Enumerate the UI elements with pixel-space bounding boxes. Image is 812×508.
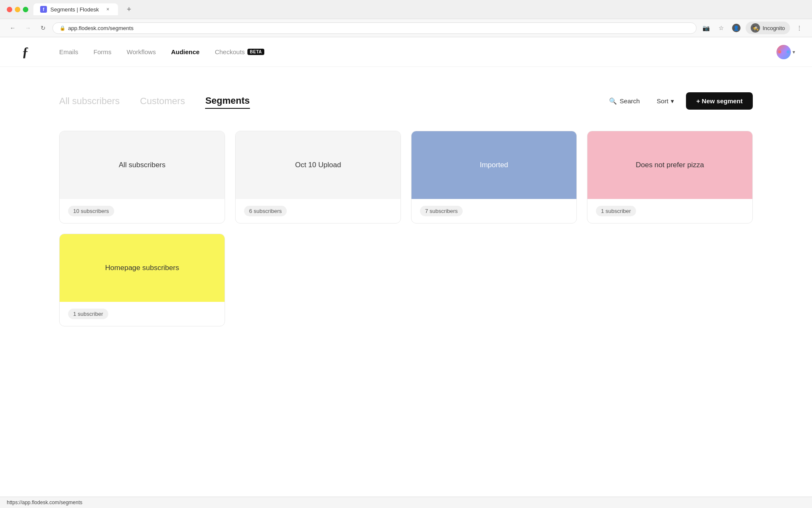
avatar-chevron-icon: ▾	[793, 49, 795, 55]
card-title-imported: Imported	[480, 161, 508, 169]
card-bottom-imported: 7 subscribers	[411, 199, 576, 223]
avatar-dot-1	[778, 50, 781, 53]
card-bottom-homepage-subscribers: 1 subscriber	[60, 302, 225, 326]
lock-icon: 🔒	[60, 25, 66, 31]
app-container: ƒ Emails Forms Workflows Audience Checko…	[0, 37, 812, 508]
close-window-button[interactable]	[7, 7, 12, 12]
refresh-button[interactable]: ↻	[37, 22, 49, 34]
maximize-window-button[interactable]	[23, 7, 28, 12]
segments-grid-row1: All subscribers 10 subscribers Oct 10 Up…	[59, 131, 753, 224]
subscriber-count-does-not-prefer-pizza: 1 subscriber	[596, 206, 636, 216]
app-header: ƒ Emails Forms Workflows Audience Checko…	[0, 37, 812, 67]
avatar-dot-3	[787, 50, 790, 53]
search-button[interactable]: 🔍 Search	[604, 94, 645, 108]
main-nav: Emails Forms Workflows Audience Checkout…	[59, 47, 776, 57]
profile-button[interactable]: 👤	[730, 22, 742, 34]
bookmark-button[interactable]: ☆	[715, 22, 727, 34]
card-top-imported: Imported	[411, 131, 576, 199]
nav-audience[interactable]: Audience	[171, 47, 200, 57]
browser-tab-active[interactable]: f Segments | Flodesk ×	[33, 3, 118, 15]
segment-card-imported[interactable]: Imported 7 subscribers	[411, 131, 577, 224]
incognito-icon: 🕵	[751, 23, 760, 33]
card-top-all-subscribers: All subscribers	[60, 131, 225, 199]
sort-button[interactable]: Sort ▾	[652, 94, 680, 108]
card-title-does-not-prefer-pizza: Does not prefer pizza	[636, 161, 704, 169]
segment-card-oct10-upload[interactable]: Oct 10 Upload 6 subscribers	[235, 131, 401, 224]
subscriber-count-all-subscribers: 10 subscribers	[68, 206, 114, 216]
tab-favicon: f	[40, 6, 47, 13]
subscriber-count-homepage-subscribers: 1 subscriber	[68, 309, 108, 319]
address-bar[interactable]: 🔒 app.flodesk.com/segments	[52, 22, 697, 34]
segment-card-does-not-prefer-pizza[interactable]: Does not prefer pizza 1 subscriber	[587, 131, 753, 224]
back-button[interactable]: ←	[7, 22, 19, 34]
tab-actions: 🔍 Search Sort ▾ + New segment	[604, 92, 753, 110]
card-top-oct10-upload: Oct 10 Upload	[236, 131, 401, 199]
nav-forms[interactable]: Forms	[93, 47, 112, 57]
subscriber-count-imported: 7 subscribers	[420, 206, 463, 216]
card-title-all-subscribers: All subscribers	[119, 161, 166, 169]
page-content: All subscribers Customers Segments 🔍 Sea…	[0, 67, 812, 360]
avatar-dot-2	[782, 50, 785, 53]
minimize-window-button[interactable]	[15, 7, 20, 12]
beta-badge: BETA	[247, 49, 264, 55]
tab-segments[interactable]: Segments	[205, 94, 250, 109]
logo[interactable]: ƒ	[17, 44, 34, 61]
subscriber-count-oct10-upload: 6 subscribers	[244, 206, 287, 216]
card-title-homepage-subscribers: Homepage subscribers	[105, 264, 179, 272]
avatar	[776, 45, 791, 59]
window-controls	[7, 7, 28, 12]
nav-emails[interactable]: Emails	[59, 47, 78, 57]
nav-workflows[interactable]: Workflows	[127, 47, 156, 57]
title-bar: f Segments | Flodesk × +	[0, 0, 812, 19]
nav-actions: 📷 ☆ 👤 🕵 Incognito ⋮	[700, 22, 805, 34]
browser-chrome: f Segments | Flodesk × + ← → ↻ 🔒 app.flo…	[0, 0, 812, 37]
cast-button[interactable]: 📷	[700, 22, 712, 34]
tab-bar: All subscribers Customers Segments 🔍 Sea…	[59, 92, 753, 110]
incognito-label: Incognito	[763, 25, 785, 31]
segment-card-all-subscribers[interactable]: All subscribers 10 subscribers	[59, 131, 225, 224]
tab-title: Segments | Flodesk	[50, 6, 99, 13]
sort-label: Sort	[657, 97, 669, 105]
segments-grid-row2: Homepage subscribers 1 subscriber	[59, 234, 753, 326]
tab-customers[interactable]: Customers	[140, 94, 185, 108]
card-top-homepage-subscribers: Homepage subscribers	[60, 234, 225, 302]
card-title-oct10-upload: Oct 10 Upload	[295, 161, 341, 169]
logo-icon: ƒ	[22, 44, 29, 60]
new-tab-button[interactable]: +	[123, 3, 135, 15]
avatar-decoration	[778, 50, 790, 53]
menu-button[interactable]: ⋮	[793, 22, 805, 34]
search-label: Search	[620, 97, 640, 105]
url-text: app.flodesk.com/segments	[68, 25, 134, 31]
nav-checkouts-container: Checkouts BETA	[215, 47, 264, 57]
status-bar: https://app.flodesk.com/segments	[0, 497, 812, 508]
status-url: https://app.flodesk.com/segments	[7, 500, 82, 505]
tab-all-subscribers[interactable]: All subscribers	[59, 94, 120, 108]
card-top-does-not-prefer-pizza: Does not prefer pizza	[587, 131, 752, 199]
card-bottom-does-not-prefer-pizza: 1 subscriber	[587, 199, 752, 223]
incognito-indicator: 🕵 Incognito	[746, 22, 790, 34]
forward-button[interactable]: →	[22, 22, 34, 34]
card-bottom-oct10-upload: 6 subscribers	[236, 199, 401, 223]
tab-close-button[interactable]: ×	[104, 6, 111, 13]
sort-chevron-icon: ▾	[671, 97, 674, 105]
avatar-container[interactable]: ▾	[776, 45, 795, 59]
search-icon: 🔍	[609, 97, 617, 105]
nav-checkouts[interactable]: Checkouts	[215, 47, 245, 57]
segment-card-homepage-subscribers[interactable]: Homepage subscribers 1 subscriber	[59, 234, 225, 326]
new-segment-button[interactable]: + New segment	[686, 92, 753, 110]
header-right: ▾	[776, 45, 795, 59]
browser-navigation: ← → ↻ 🔒 app.flodesk.com/segments 📷 ☆ 👤 🕵…	[0, 19, 812, 37]
card-bottom-all-subscribers: 10 subscribers	[60, 199, 225, 223]
